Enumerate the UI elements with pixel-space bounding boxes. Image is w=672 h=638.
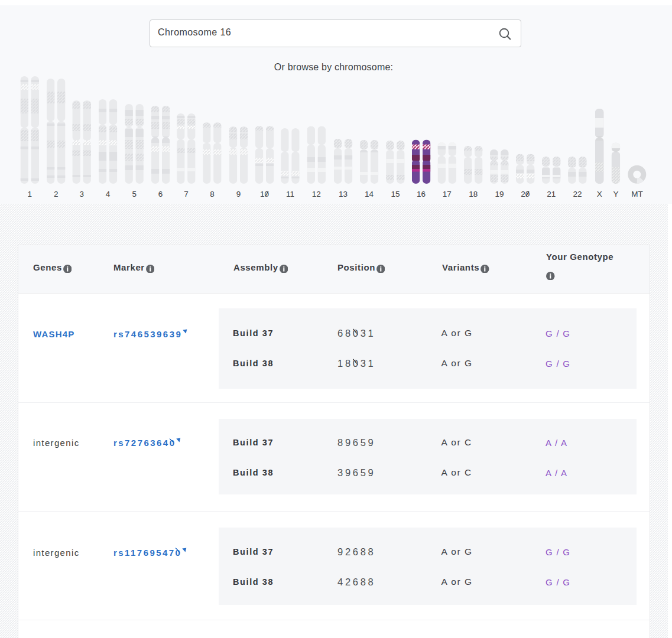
svg-text:13: 13	[339, 190, 348, 198]
svg-text:17: 17	[443, 190, 452, 198]
svg-text:14: 14	[365, 190, 374, 198]
svg-text:12: 12	[312, 190, 321, 198]
svg-text:11: 11	[286, 190, 294, 198]
svg-text:20: 20	[521, 190, 530, 198]
svg-text:1: 1	[27, 190, 32, 198]
svg-text:6: 6	[158, 190, 163, 198]
svg-text:10: 10	[260, 190, 269, 198]
svg-text:MT: MT	[631, 190, 643, 198]
svg-text:4: 4	[106, 190, 111, 198]
svg-text:22: 22	[573, 190, 582, 198]
svg-text:15: 15	[391, 190, 400, 198]
svg-text:18: 18	[469, 190, 478, 198]
svg-text:7: 7	[184, 190, 189, 198]
svg-text:X: X	[597, 190, 602, 198]
svg-text:21: 21	[547, 190, 556, 198]
svg-text:Y: Y	[613, 190, 618, 198]
svg-text:9: 9	[236, 190, 241, 198]
svg-text:8: 8	[210, 190, 215, 198]
svg-text:5: 5	[132, 190, 137, 198]
svg-text:16: 16	[417, 190, 426, 198]
svg-text:2: 2	[54, 190, 59, 198]
svg-text:3: 3	[79, 190, 84, 198]
svg-text:19: 19	[495, 190, 504, 198]
